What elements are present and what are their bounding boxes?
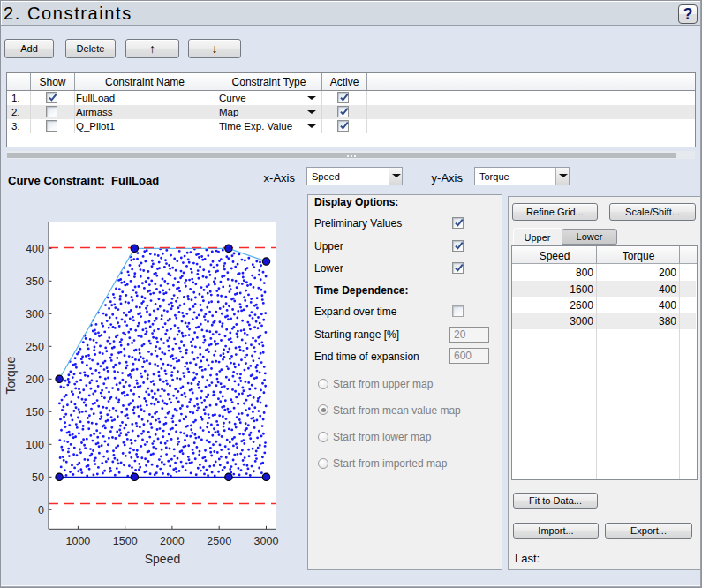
svg-text:2500: 2500 [207, 535, 231, 547]
svg-text:150: 150 [26, 406, 44, 418]
svg-text:Speed: Speed [145, 552, 180, 566]
svg-text:Torque: Torque [4, 356, 18, 394]
svg-text:50: 50 [32, 471, 44, 484]
svg-text:300: 300 [26, 308, 44, 320]
svg-text:200: 200 [26, 373, 44, 386]
svg-text:400: 400 [26, 243, 44, 255]
svg-text:3000: 3000 [254, 535, 279, 547]
svg-text:350: 350 [26, 275, 44, 288]
svg-text:1500: 1500 [113, 535, 138, 547]
svg-text:1000: 1000 [65, 535, 90, 547]
svg-text:2000: 2000 [160, 535, 185, 547]
svg-text:100: 100 [26, 439, 44, 451]
svg-text:250: 250 [26, 341, 44, 353]
svg-text:0: 0 [38, 504, 44, 516]
